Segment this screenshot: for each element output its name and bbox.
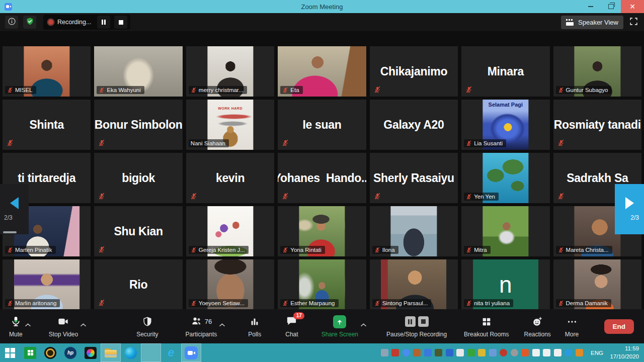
tray-icon[interactable]	[543, 349, 550, 356]
tray-icon[interactable]	[413, 349, 421, 356]
stop-recording-button[interactable]	[114, 16, 127, 29]
participant-tile[interactable]: Yohanes Hando...	[278, 153, 366, 203]
start-icon[interactable]	[0, 343, 20, 362]
participant-tile[interactable]: kevin	[186, 153, 274, 203]
participant-tile[interactable]: Yoeyoen Setiaw...	[186, 259, 274, 309]
participant-tile[interactable]: WORK HARDNani Siahaan	[186, 100, 274, 150]
fullscreen-icon	[629, 17, 638, 28]
participant-tile[interactable]: Yen Yen	[461, 153, 549, 203]
fullscreen-button[interactable]	[629, 17, 638, 28]
participant-tile[interactable]: Ie suan	[278, 100, 366, 150]
participants-button[interactable]: 76 Participants	[186, 315, 217, 338]
end-meeting-button[interactable]: End	[604, 319, 634, 334]
participant-tile[interactable]: Bonur Simbolon	[94, 100, 182, 150]
video-options-chevron[interactable]	[80, 321, 86, 328]
tray-icon[interactable]	[446, 349, 453, 356]
tray-icon[interactable]	[576, 349, 583, 356]
participant-tile[interactable]: Ilona	[370, 206, 458, 256]
participant-tile[interactable]: merry christmar...	[186, 46, 274, 97]
chat-button[interactable]: 17 Chat	[285, 315, 298, 338]
participant-tile[interactable]: Derma Damanik	[553, 259, 641, 309]
participants-options-chevron[interactable]	[219, 321, 225, 328]
encryption-shield-button[interactable]	[23, 16, 36, 29]
participant-tile[interactable]: Marlin aritonang	[3, 259, 91, 309]
participant-tile[interactable]: Rio	[94, 259, 182, 309]
participant-label-name: Sintong Parsaul...	[382, 300, 428, 306]
participant-tile[interactable]: Selamat PagiLia Susanti	[461, 100, 549, 150]
wheel-icon[interactable]	[80, 343, 101, 362]
pause-stop-recording-button[interactable]: Pause/Stop Recording	[386, 315, 447, 338]
ie-icon[interactable]: e	[161, 343, 181, 362]
participant-tile[interactable]: Esther Marpaung	[278, 259, 366, 309]
gallery-next-button[interactable]: 2/3	[615, 184, 644, 234]
store-icon[interactable]	[20, 343, 40, 362]
tray-icon[interactable]	[478, 349, 486, 356]
zoom-icon[interactable]	[181, 343, 201, 362]
language-indicator[interactable]: ENG	[591, 350, 603, 356]
tray-icon[interactable]	[489, 349, 497, 356]
stop-video-button[interactable]: Stop Video	[49, 315, 78, 338]
chrome-icon[interactable]	[141, 343, 161, 362]
speaker-view-button[interactable]: Speaker View	[561, 16, 623, 29]
polls-button[interactable]: Polls	[248, 315, 261, 338]
participant-tile[interactable]: Sherly Rasaiyu	[370, 153, 458, 203]
tray-icon[interactable]	[403, 349, 410, 356]
restore-icon	[608, 4, 614, 9]
share-options-chevron[interactable]	[361, 321, 366, 328]
tray-icon[interactable]	[467, 349, 475, 356]
participant-tile[interactable]: bigiok	[94, 153, 182, 203]
participant-tile[interactable]: Mitra	[461, 206, 549, 256]
reactions-button[interactable]: Reactions	[524, 315, 550, 338]
tray-icon[interactable]	[521, 349, 529, 356]
tray-icon[interactable]	[456, 349, 464, 356]
webcam-icon[interactable]	[40, 343, 60, 362]
security-button[interactable]: Security	[136, 315, 158, 338]
participant-tile[interactable]: Galaxy A20	[370, 100, 458, 150]
meeting-topbar: Recording... Speaker View	[0, 13, 644, 31]
tray-icon[interactable]	[532, 349, 540, 356]
edge-icon[interactable]	[121, 343, 141, 362]
participant-tile[interactable]: Yona Rintati	[278, 206, 366, 256]
mute-label: Mute	[9, 331, 23, 338]
tray-icon[interactable]	[554, 349, 561, 356]
participant-tile[interactable]: Shinta	[3, 100, 91, 150]
scrollbar[interactable]	[3, 231, 17, 233]
mic-off-icon	[466, 300, 472, 306]
tray-icon[interactable]	[435, 349, 442, 356]
participant-tile[interactable]: Rosmiaty tanadi	[553, 100, 641, 150]
mic-off-icon	[7, 139, 14, 146]
gallery-prev-button[interactable]: 2/3	[0, 184, 29, 234]
participant-tile[interactable]: nnita tri yuliana	[461, 259, 549, 309]
hp-icon[interactable]: hp	[60, 343, 80, 362]
participant-tile[interactable]: Chikajanimo	[370, 46, 458, 97]
mic-off-icon	[282, 193, 289, 200]
tray-icon[interactable]	[424, 349, 432, 356]
share-screen-button[interactable]: Share Screen	[321, 315, 358, 338]
mute-options-chevron[interactable]	[25, 321, 31, 328]
tray-icon[interactable]	[500, 349, 507, 356]
participant-tile[interactable]: Minara	[461, 46, 549, 97]
participant-tile[interactable]: Eka Wahyuni	[94, 46, 182, 97]
tray-icon[interactable]	[565, 349, 572, 356]
tray-icon[interactable]	[381, 349, 388, 356]
tray-icon[interactable]	[391, 349, 399, 356]
muted-indicator	[282, 193, 289, 200]
participant-tile[interactable]: Sintong Parsaul...	[370, 259, 458, 309]
participant-tile[interactable]: Eta	[278, 46, 366, 97]
participants-label: Participants	[186, 331, 217, 338]
participant-tile[interactable]: MISEL	[3, 46, 91, 97]
participant-label-name: Yen Yen	[474, 194, 495, 200]
meeting-info-button[interactable]	[5, 16, 18, 29]
participant-tile[interactable]: Shu Kian	[94, 206, 182, 256]
mute-button[interactable]: Mute	[9, 315, 23, 338]
participant-name: Sherly Rasaiyu	[370, 153, 458, 203]
muted-indicator	[98, 299, 105, 306]
breakout-rooms-button[interactable]: Breakout Rooms	[464, 315, 509, 338]
participant-tile[interactable]: Guntur Subagyo	[553, 46, 641, 97]
explorer-icon[interactable]	[101, 343, 121, 362]
taskbar-clock[interactable]: 11:59 17/10/2020	[610, 345, 639, 360]
pause-recording-button[interactable]	[97, 16, 110, 29]
more-button[interactable]: More	[565, 315, 579, 338]
tray-icon[interactable]	[511, 349, 518, 356]
participant-tile[interactable]: Gereja Kristen J...	[186, 206, 274, 256]
